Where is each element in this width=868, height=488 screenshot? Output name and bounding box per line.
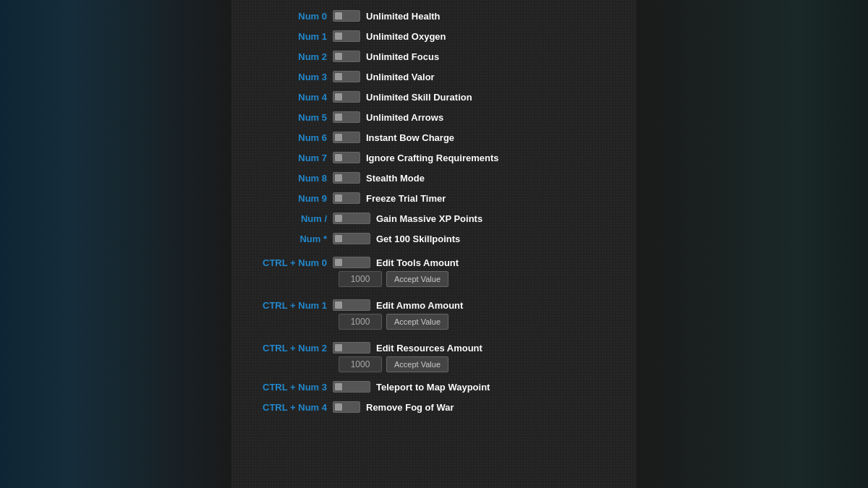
accept-value-button[interactable]: Accept Value — [386, 271, 448, 287]
cheat-label: Edit Tools Amount — [376, 257, 459, 268]
key-label: CTRL + Num 0 — [239, 257, 333, 268]
accept-value-button[interactable]: Accept Value — [386, 356, 448, 372]
toggle-button[interactable] — [333, 213, 370, 224]
toggle-button[interactable] — [333, 132, 360, 143]
input-row: Accept Value — [239, 268, 629, 290]
key-label: Num * — [239, 234, 333, 244]
cheat-row: CTRL + Num 4Remove Fog of War — [231, 397, 637, 417]
toggle-button[interactable] — [333, 233, 370, 244]
cheat-label: Ignore Crafting Requirements — [366, 153, 498, 163]
cheat-label: Unlimited Arrows — [366, 112, 443, 123]
cheat-label: Unlimited Valor — [366, 72, 435, 82]
toggle-button[interactable] — [333, 192, 360, 204]
cheat-row: Num 6Instant Bow Charge — [231, 127, 637, 147]
cheat-row: CTRL + Num 0Edit Tools AmountAccept Valu… — [231, 254, 637, 291]
toggle-button[interactable] — [333, 172, 360, 184]
key-label: Num 5 — [239, 112, 333, 123]
key-label: Num 6 — [239, 132, 333, 143]
cheat-label: Teleport to Map Waypoint — [376, 382, 490, 393]
value-input[interactable] — [339, 356, 382, 372]
cheat-row: Num *Get 100 Skillpoints — [231, 228, 637, 249]
cheat-label: Unlimited Focus — [366, 51, 439, 62]
key-label: CTRL + Num 4 — [239, 402, 333, 413]
toggle-button[interactable] — [333, 71, 360, 82]
cheat-row: Num 4Unlimited Skill Duration — [231, 87, 637, 107]
cheat-label: Remove Fog of War — [366, 402, 454, 413]
cheat-label: Instant Bow Charge — [366, 132, 454, 143]
key-label: CTRL + Num 1 — [239, 300, 333, 311]
toggle-button[interactable] — [333, 342, 370, 354]
left-panel — [0, 0, 231, 488]
toggle-button[interactable] — [333, 91, 360, 103]
key-label: Num / — [239, 213, 333, 224]
key-label: Num 8 — [239, 173, 333, 184]
key-label: Num 1 — [239, 31, 333, 42]
right-panel — [637, 0, 868, 488]
cheat-label: Get 100 Skillpoints — [376, 234, 460, 244]
cheat-row: Num 3Unlimited Valor — [231, 67, 637, 87]
cheat-label: Unlimited Health — [366, 11, 441, 22]
key-label: Num 0 — [239, 11, 333, 22]
cheats-panel: Num 0Unlimited HealthNum 1Unlimited Oxyg… — [231, 0, 637, 488]
toggle-button[interactable] — [333, 111, 360, 123]
cheat-label: Unlimited Oxygen — [366, 31, 446, 42]
key-label: Num 7 — [239, 153, 333, 163]
input-row: Accept Value — [239, 311, 629, 333]
toggle-button[interactable] — [333, 10, 360, 22]
cheat-label: Freeze Trial Timer — [366, 193, 446, 204]
input-row: Accept Value — [239, 354, 629, 375]
value-input[interactable] — [339, 271, 382, 287]
key-label: Num 4 — [239, 92, 333, 103]
key-label: CTRL + Num 3 — [239, 382, 333, 393]
cheat-row: CTRL + Num 3Teleport to Map Waypoint — [231, 377, 637, 397]
cheat-row: CTRL + Num 1Edit Ammo AmountAccept Value — [231, 297, 637, 334]
cheat-row: Num 7Ignore Crafting Requirements — [231, 147, 637, 168]
toggle-button[interactable] — [333, 30, 360, 42]
cheat-label: Gain Massive XP Points — [376, 213, 482, 224]
cheat-row: Num 9Freeze Trial Timer — [231, 188, 637, 208]
toggle-button[interactable] — [333, 381, 370, 393]
key-label: Num 3 — [239, 72, 333, 82]
toggle-button[interactable] — [333, 299, 370, 311]
value-input[interactable] — [339, 314, 382, 330]
key-label: Num 9 — [239, 193, 333, 204]
cheat-row: Num 0Unlimited Health — [231, 6, 637, 26]
accept-value-button[interactable]: Accept Value — [386, 314, 448, 330]
toggle-button[interactable] — [333, 401, 360, 413]
cheat-row: CTRL + Num 2Edit Resources AmountAccept … — [231, 340, 637, 377]
cheat-row: Num 2Unlimited Focus — [231, 46, 637, 67]
toggle-button[interactable] — [333, 257, 370, 268]
cheat-row: Num 1Unlimited Oxygen — [231, 26, 637, 46]
cheat-row: Num 5Unlimited Arrows — [231, 107, 637, 127]
key-label: Num 2 — [239, 51, 333, 62]
cheat-row: Num 8Stealth Mode — [231, 168, 637, 188]
toggle-button[interactable] — [333, 152, 360, 163]
cheat-label: Stealth Mode — [366, 173, 425, 184]
cheat-label: Edit Ammo Amount — [376, 300, 463, 311]
cheat-label: Edit Resources Amount — [376, 343, 482, 354]
cheat-label: Unlimited Skill Duration — [366, 92, 472, 103]
cheat-row: Num /Gain Massive XP Points — [231, 208, 637, 228]
key-label: CTRL + Num 2 — [239, 343, 333, 354]
toggle-button[interactable] — [333, 51, 360, 62]
